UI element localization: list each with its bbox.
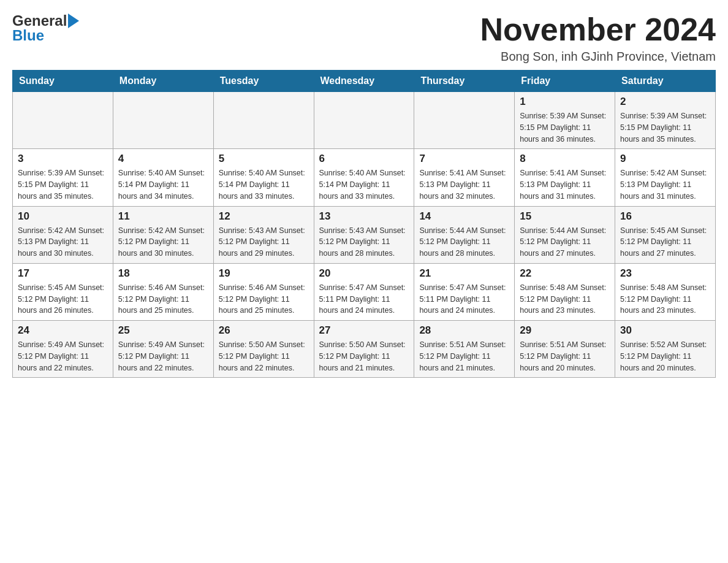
- day-number: 14: [419, 210, 509, 223]
- day-number: 13: [319, 210, 409, 223]
- day-number: 30: [620, 324, 710, 337]
- calendar-table: SundayMondayTuesdayWednesdayThursdayFrid…: [12, 70, 716, 378]
- calendar-cell: 22Sunrise: 5:48 AM Sunset: 5:12 PM Dayli…: [515, 263, 615, 320]
- day-number: 2: [620, 96, 710, 108]
- weekday-header-monday: Monday: [113, 71, 213, 92]
- location: Bong Son, inh GJinh Province, Vietnam: [480, 50, 716, 64]
- day-info: Sunrise: 5:44 AM Sunset: 5:12 PM Dayligh…: [419, 225, 509, 259]
- calendar-week-row: 17Sunrise: 5:45 AM Sunset: 5:12 PM Dayli…: [13, 263, 716, 320]
- calendar-cell: 23Sunrise: 5:48 AM Sunset: 5:12 PM Dayli…: [615, 263, 716, 320]
- day-info: Sunrise: 5:46 AM Sunset: 5:12 PM Dayligh…: [219, 282, 309, 316]
- logo-blue-text: Blue: [12, 27, 44, 44]
- day-info: Sunrise: 5:41 AM Sunset: 5:13 PM Dayligh…: [520, 167, 610, 202]
- day-number: 23: [620, 267, 710, 280]
- calendar-cell: 21Sunrise: 5:47 AM Sunset: 5:11 PM Dayli…: [414, 263, 515, 320]
- weekday-header-saturday: Saturday: [615, 71, 716, 92]
- day-number: 28: [419, 324, 509, 337]
- calendar-cell: [13, 92, 113, 149]
- day-number: 19: [219, 267, 309, 280]
- weekday-header-friday: Friday: [515, 71, 615, 92]
- calendar-week-row: 1Sunrise: 5:39 AM Sunset: 5:15 PM Daylig…: [13, 92, 716, 149]
- day-info: Sunrise: 5:42 AM Sunset: 5:13 PM Dayligh…: [18, 225, 108, 259]
- logo: General Blue: [12, 12, 79, 44]
- day-number: 27: [319, 324, 409, 337]
- day-info: Sunrise: 5:50 AM Sunset: 5:12 PM Dayligh…: [319, 339, 409, 373]
- day-number: 6: [319, 153, 409, 165]
- day-number: 8: [520, 153, 610, 165]
- calendar-cell: 5Sunrise: 5:40 AM Sunset: 5:14 PM Daylig…: [213, 149, 314, 206]
- calendar-cell: [314, 92, 414, 149]
- calendar-cell: 12Sunrise: 5:43 AM Sunset: 5:12 PM Dayli…: [213, 206, 314, 263]
- day-info: Sunrise: 5:39 AM Sunset: 5:15 PM Dayligh…: [18, 167, 108, 202]
- day-info: Sunrise: 5:46 AM Sunset: 5:12 PM Dayligh…: [118, 282, 208, 316]
- day-number: 4: [118, 153, 208, 165]
- day-number: 11: [118, 210, 208, 223]
- day-number: 18: [118, 267, 208, 280]
- day-info: Sunrise: 5:39 AM Sunset: 5:15 PM Dayligh…: [620, 110, 710, 145]
- calendar-cell: 14Sunrise: 5:44 AM Sunset: 5:12 PM Dayli…: [414, 206, 515, 263]
- calendar-cell: 20Sunrise: 5:47 AM Sunset: 5:11 PM Dayli…: [314, 263, 414, 320]
- weekday-header-row: SundayMondayTuesdayWednesdayThursdayFrid…: [13, 71, 716, 92]
- day-number: 29: [520, 324, 610, 337]
- calendar-cell: 3Sunrise: 5:39 AM Sunset: 5:15 PM Daylig…: [13, 149, 113, 206]
- day-number: 16: [620, 210, 710, 223]
- day-info: Sunrise: 5:48 AM Sunset: 5:12 PM Dayligh…: [520, 282, 610, 316]
- calendar-cell: 2Sunrise: 5:39 AM Sunset: 5:15 PM Daylig…: [615, 92, 716, 149]
- day-number: 12: [219, 210, 309, 223]
- day-info: Sunrise: 5:51 AM Sunset: 5:12 PM Dayligh…: [419, 339, 509, 373]
- logo-arrow-icon: [68, 13, 79, 28]
- calendar-week-row: 3Sunrise: 5:39 AM Sunset: 5:15 PM Daylig…: [13, 149, 716, 206]
- day-number: 25: [118, 324, 208, 337]
- day-number: 26: [219, 324, 309, 337]
- day-info: Sunrise: 5:52 AM Sunset: 5:12 PM Dayligh…: [620, 339, 710, 373]
- calendar-cell: 7Sunrise: 5:41 AM Sunset: 5:13 PM Daylig…: [414, 149, 515, 206]
- calendar-cell: 26Sunrise: 5:50 AM Sunset: 5:12 PM Dayli…: [213, 321, 314, 378]
- calendar-cell: 4Sunrise: 5:40 AM Sunset: 5:14 PM Daylig…: [113, 149, 213, 206]
- day-info: Sunrise: 5:40 AM Sunset: 5:14 PM Dayligh…: [219, 167, 309, 202]
- calendar-cell: 24Sunrise: 5:49 AM Sunset: 5:12 PM Dayli…: [13, 321, 113, 378]
- day-info: Sunrise: 5:40 AM Sunset: 5:14 PM Dayligh…: [118, 167, 208, 202]
- day-number: 17: [18, 267, 108, 280]
- day-number: 24: [18, 324, 108, 337]
- day-number: 1: [520, 96, 610, 108]
- calendar-cell: 30Sunrise: 5:52 AM Sunset: 5:12 PM Dayli…: [615, 321, 716, 378]
- day-number: 15: [520, 210, 610, 223]
- calendar-cell: 29Sunrise: 5:51 AM Sunset: 5:12 PM Dayli…: [515, 321, 615, 378]
- day-info: Sunrise: 5:40 AM Sunset: 5:14 PM Dayligh…: [319, 167, 409, 202]
- day-info: Sunrise: 5:50 AM Sunset: 5:12 PM Dayligh…: [219, 339, 309, 373]
- calendar-cell: 1Sunrise: 5:39 AM Sunset: 5:15 PM Daylig…: [515, 92, 615, 149]
- day-info: Sunrise: 5:43 AM Sunset: 5:12 PM Dayligh…: [219, 225, 309, 259]
- day-number: 21: [419, 267, 509, 280]
- day-info: Sunrise: 5:41 AM Sunset: 5:13 PM Dayligh…: [419, 167, 509, 202]
- day-number: 22: [520, 267, 610, 280]
- calendar-cell: 16Sunrise: 5:45 AM Sunset: 5:12 PM Dayli…: [615, 206, 716, 263]
- day-info: Sunrise: 5:44 AM Sunset: 5:12 PM Dayligh…: [520, 225, 610, 259]
- day-number: 7: [419, 153, 509, 165]
- calendar-cell: 25Sunrise: 5:49 AM Sunset: 5:12 PM Dayli…: [113, 321, 213, 378]
- calendar-cell: 19Sunrise: 5:46 AM Sunset: 5:12 PM Dayli…: [213, 263, 314, 320]
- calendar-cell: 18Sunrise: 5:46 AM Sunset: 5:12 PM Dayli…: [113, 263, 213, 320]
- calendar-week-row: 10Sunrise: 5:42 AM Sunset: 5:13 PM Dayli…: [13, 206, 716, 263]
- calendar-cell: 8Sunrise: 5:41 AM Sunset: 5:13 PM Daylig…: [515, 149, 615, 206]
- calendar-cell: 9Sunrise: 5:42 AM Sunset: 5:13 PM Daylig…: [615, 149, 716, 206]
- calendar-cell: 17Sunrise: 5:45 AM Sunset: 5:12 PM Dayli…: [13, 263, 113, 320]
- calendar-cell: 28Sunrise: 5:51 AM Sunset: 5:12 PM Dayli…: [414, 321, 515, 378]
- day-info: Sunrise: 5:45 AM Sunset: 5:12 PM Dayligh…: [18, 282, 108, 316]
- calendar-cell: 15Sunrise: 5:44 AM Sunset: 5:12 PM Dayli…: [515, 206, 615, 263]
- day-number: 3: [18, 153, 108, 165]
- calendar-cell: [113, 92, 213, 149]
- day-info: Sunrise: 5:42 AM Sunset: 5:12 PM Dayligh…: [118, 225, 208, 259]
- weekday-header-tuesday: Tuesday: [213, 71, 314, 92]
- weekday-header-thursday: Thursday: [414, 71, 515, 92]
- calendar-cell: [414, 92, 515, 149]
- day-info: Sunrise: 5:51 AM Sunset: 5:12 PM Dayligh…: [520, 339, 610, 373]
- day-info: Sunrise: 5:47 AM Sunset: 5:11 PM Dayligh…: [419, 282, 509, 316]
- weekday-header-wednesday: Wednesday: [314, 71, 414, 92]
- calendar-cell: 10Sunrise: 5:42 AM Sunset: 5:13 PM Dayli…: [13, 206, 113, 263]
- day-number: 9: [620, 153, 710, 165]
- calendar-week-row: 24Sunrise: 5:49 AM Sunset: 5:12 PM Dayli…: [13, 321, 716, 378]
- day-info: Sunrise: 5:47 AM Sunset: 5:11 PM Dayligh…: [319, 282, 409, 316]
- day-info: Sunrise: 5:49 AM Sunset: 5:12 PM Dayligh…: [118, 339, 208, 373]
- day-number: 5: [219, 153, 309, 165]
- calendar-cell: 27Sunrise: 5:50 AM Sunset: 5:12 PM Dayli…: [314, 321, 414, 378]
